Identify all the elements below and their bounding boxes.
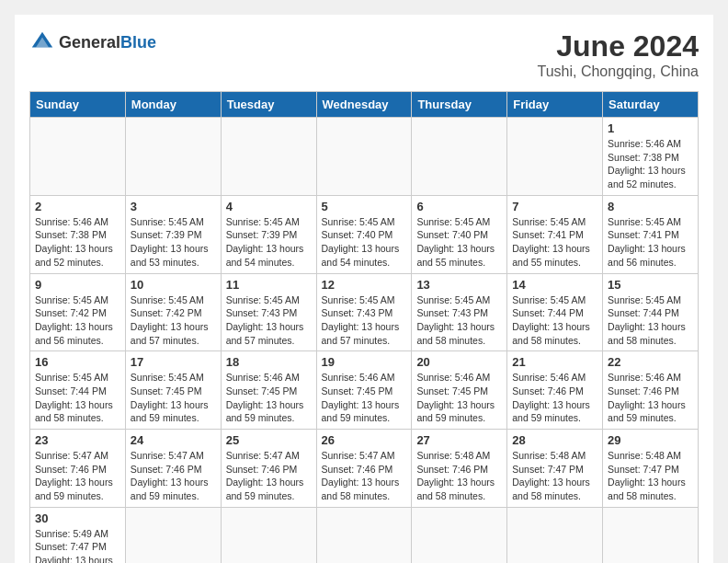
day-number: 4 [226,200,312,213]
logo: GeneralBlue [29,29,156,55]
day-number: 10 [131,278,216,292]
day-cell: 26Sunrise: 5:47 AM Sunset: 7:46 PM Dayli… [316,430,412,508]
day-cell [412,507,507,563]
day-number: 19 [322,355,407,369]
day-cell: 28Sunrise: 5:48 AM Sunset: 7:47 PM Dayli… [507,430,603,508]
day-number: 13 [416,278,502,292]
day-info: Sunrise: 5:45 AM Sunset: 7:40 PM Dayligh… [416,215,502,270]
week-row-3: 9Sunrise: 5:45 AM Sunset: 7:42 PM Daylig… [30,273,699,351]
day-cell: 11Sunrise: 5:45 AM Sunset: 7:43 PM Dayli… [221,273,316,351]
day-cell: 9Sunrise: 5:45 AM Sunset: 7:42 PM Daylig… [30,273,126,351]
day-cell: 24Sunrise: 5:47 AM Sunset: 7:46 PM Dayli… [125,430,221,508]
day-number: 16 [35,355,120,369]
day-info: Sunrise: 5:45 AM Sunset: 7:44 PM Dayligh… [608,293,693,348]
week-row-5: 23Sunrise: 5:47 AM Sunset: 7:46 PM Dayli… [30,430,699,508]
day-cell: 5Sunrise: 5:45 AM Sunset: 7:40 PM Daylig… [316,195,412,273]
day-cell [507,118,603,196]
day-cell: 25Sunrise: 5:47 AM Sunset: 7:46 PM Dayli… [221,430,316,508]
day-info: Sunrise: 5:46 AM Sunset: 7:45 PM Dayligh… [416,371,502,425]
day-info: Sunrise: 5:45 AM Sunset: 7:39 PM Dayligh… [226,215,312,270]
day-info: Sunrise: 5:47 AM Sunset: 7:46 PM Dayligh… [35,449,120,503]
weekday-header-sunday: Sunday [30,92,126,118]
title-block: June 2024 Tushi, Chongqing, China [537,29,699,80]
week-row-1: 1Sunrise: 5:46 AM Sunset: 7:38 PM Daylig… [30,118,699,196]
logo-general-text: General [59,33,120,52]
day-number: 8 [608,200,693,213]
day-info: Sunrise: 5:45 AM Sunset: 7:44 PM Dayligh… [512,293,597,348]
day-cell: 27Sunrise: 5:48 AM Sunset: 7:46 PM Dayli… [412,430,507,508]
weekday-header-monday: Monday [125,92,221,118]
day-info: Sunrise: 5:46 AM Sunset: 7:45 PM Dayligh… [322,371,407,425]
day-cell: 13Sunrise: 5:45 AM Sunset: 7:43 PM Dayli… [412,273,507,351]
day-cell: 23Sunrise: 5:47 AM Sunset: 7:46 PM Dayli… [30,430,126,508]
day-cell [125,118,221,196]
day-number: 15 [608,278,693,292]
day-number: 3 [131,200,216,213]
day-cell: 15Sunrise: 5:45 AM Sunset: 7:44 PM Dayli… [603,273,699,351]
day-cell [221,118,316,196]
day-info: Sunrise: 5:49 AM Sunset: 7:47 PM Dayligh… [35,527,120,563]
day-number: 26 [322,433,407,447]
day-info: Sunrise: 5:46 AM Sunset: 7:38 PM Dayligh… [608,137,693,191]
day-cell: 30Sunrise: 5:49 AM Sunset: 7:47 PM Dayli… [30,507,126,563]
week-row-6: 30Sunrise: 5:49 AM Sunset: 7:47 PM Dayli… [30,507,699,563]
day-number: 25 [226,433,312,447]
day-cell: 7Sunrise: 5:45 AM Sunset: 7:41 PM Daylig… [507,195,603,273]
day-number: 30 [35,511,120,525]
day-cell: 17Sunrise: 5:45 AM Sunset: 7:45 PM Dayli… [125,351,221,430]
calendar-table: SundayMondayTuesdayWednesdayThursdayFrid… [29,91,699,563]
day-cell [316,118,412,196]
day-cell: 10Sunrise: 5:45 AM Sunset: 7:42 PM Dayli… [125,273,221,351]
day-cell: 22Sunrise: 5:46 AM Sunset: 7:46 PM Dayli… [603,351,699,430]
day-number: 11 [226,278,312,292]
day-number: 23 [35,433,120,447]
day-cell: 2Sunrise: 5:46 AM Sunset: 7:38 PM Daylig… [30,195,126,273]
day-info: Sunrise: 5:45 AM Sunset: 7:42 PM Dayligh… [131,293,216,348]
day-info: Sunrise: 5:46 AM Sunset: 7:45 PM Dayligh… [226,371,312,425]
day-info: Sunrise: 5:46 AM Sunset: 7:46 PM Dayligh… [512,371,597,425]
day-number: 6 [416,200,502,213]
day-cell: 3Sunrise: 5:45 AM Sunset: 7:39 PM Daylig… [125,195,221,273]
weekday-header-wednesday: Wednesday [316,92,412,118]
day-cell: 1Sunrise: 5:46 AM Sunset: 7:38 PM Daylig… [603,118,699,196]
day-cell: 29Sunrise: 5:48 AM Sunset: 7:47 PM Dayli… [603,430,699,508]
calendar-title: June 2024 [537,29,699,63]
day-number: 12 [322,278,407,292]
day-info: Sunrise: 5:45 AM Sunset: 7:45 PM Dayligh… [131,371,216,425]
day-cell [316,507,412,563]
day-cell: 19Sunrise: 5:46 AM Sunset: 7:45 PM Dayli… [316,351,412,430]
day-number: 2 [35,200,120,213]
day-number: 20 [416,355,502,369]
day-info: Sunrise: 5:45 AM Sunset: 7:43 PM Dayligh… [322,293,407,348]
day-cell [125,507,221,563]
logo-icon [29,29,55,55]
day-info: Sunrise: 5:47 AM Sunset: 7:46 PM Dayligh… [131,449,216,503]
day-number: 27 [416,433,502,447]
day-cell: 8Sunrise: 5:45 AM Sunset: 7:41 PM Daylig… [603,195,699,273]
day-info: Sunrise: 5:48 AM Sunset: 7:47 PM Dayligh… [608,449,693,503]
day-cell: 20Sunrise: 5:46 AM Sunset: 7:45 PM Dayli… [412,351,507,430]
header: GeneralBlue June 2024 Tushi, Chongqing, … [29,29,699,80]
day-number: 18 [226,355,312,369]
day-cell [412,118,507,196]
day-cell: 18Sunrise: 5:46 AM Sunset: 7:45 PM Dayli… [221,351,316,430]
day-cell: 21Sunrise: 5:46 AM Sunset: 7:46 PM Dayli… [507,351,603,430]
day-info: Sunrise: 5:45 AM Sunset: 7:43 PM Dayligh… [226,293,312,348]
day-cell [30,118,126,196]
day-info: Sunrise: 5:45 AM Sunset: 7:41 PM Dayligh… [608,215,693,270]
day-cell: 6Sunrise: 5:45 AM Sunset: 7:40 PM Daylig… [412,195,507,273]
day-info: Sunrise: 5:46 AM Sunset: 7:38 PM Dayligh… [35,215,120,270]
day-cell: 14Sunrise: 5:45 AM Sunset: 7:44 PM Dayli… [507,273,603,351]
day-cell: 4Sunrise: 5:45 AM Sunset: 7:39 PM Daylig… [221,195,316,273]
weekday-header-thursday: Thursday [412,92,507,118]
weekday-header-tuesday: Tuesday [221,92,316,118]
day-cell: 12Sunrise: 5:45 AM Sunset: 7:43 PM Dayli… [316,273,412,351]
day-info: Sunrise: 5:47 AM Sunset: 7:46 PM Dayligh… [226,449,312,503]
day-number: 21 [512,355,597,369]
weekday-header-friday: Friday [507,92,603,118]
day-number: 14 [512,278,597,292]
day-info: Sunrise: 5:45 AM Sunset: 7:41 PM Dayligh… [512,215,597,270]
week-row-2: 2Sunrise: 5:46 AM Sunset: 7:38 PM Daylig… [30,195,699,273]
day-info: Sunrise: 5:45 AM Sunset: 7:39 PM Dayligh… [131,215,216,270]
calendar-subtitle: Tushi, Chongqing, China [537,63,699,80]
